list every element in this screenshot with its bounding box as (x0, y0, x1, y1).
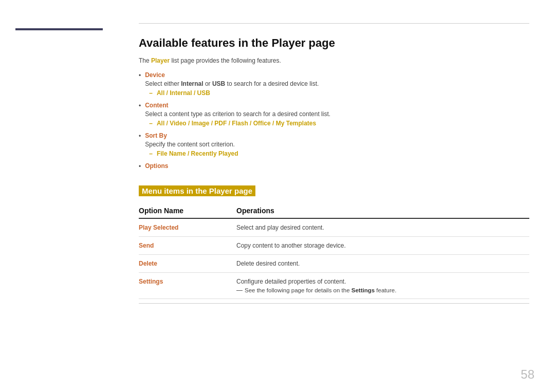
settings-note: See the following page for details on th… (236, 287, 529, 293)
bullet-section-sortby: • Sort By Specify the content sort crite… (139, 132, 529, 157)
row-operations-delete: Delete desired content. (236, 260, 529, 267)
sub-links-sortby: File Name / Recently Played (157, 150, 238, 157)
bullet-content-device: Device Select either Internal or USB to … (145, 71, 529, 97)
row-option-send: Send (139, 242, 236, 249)
menu-heading-wrapper: Menu items in the Player page (139, 176, 529, 207)
desc-after: to search for a desired device list. (225, 80, 319, 87)
bullet-dot-sortby: • (139, 133, 141, 140)
intro-after: list page provides the following feature… (170, 57, 281, 64)
bullet-desc-content: Select a content type as criterion to se… (145, 110, 529, 118)
menu-section-heading: Menu items in the Player page (139, 185, 255, 196)
bullet-item-device: • Device Select either Internal or USB t… (139, 71, 529, 97)
bullet-section-content: • Content Select a content type as crite… (139, 102, 529, 127)
dash-content: – (149, 120, 153, 127)
left-sidebar (0, 0, 118, 392)
bullet-dot: • (139, 72, 141, 79)
sidebar-top-bar (15, 28, 103, 30)
desc-internal: Internal (181, 80, 203, 87)
desc-usb: USB (212, 80, 225, 87)
page-container: Available features in the Player page Th… (0, 0, 555, 392)
bullet-desc-sortby: Specify the content sort criterion. (145, 141, 529, 148)
bullet-item-content: • Content Select a content type as crite… (139, 102, 529, 127)
row-option-delete: Delete (139, 260, 236, 267)
bullet-section-device: • Device Select either Internal or USB t… (139, 71, 529, 97)
intro-before: The (139, 57, 151, 64)
bullet-label-content: Content (145, 102, 529, 109)
bullet-content-options: Options (145, 162, 529, 171)
top-rule (139, 23, 529, 24)
bullet-section-options: • Options (139, 162, 529, 171)
row-operations-play-selected: Select and play desired content. (236, 224, 529, 231)
bullet-content-content: Content Select a content type as criteri… (145, 102, 529, 127)
intro-player: Player (151, 57, 170, 64)
table-row-delete: Delete Delete desired content. (139, 255, 529, 273)
table-row-settings: Settings Configure detailed properties o… (139, 273, 529, 299)
row-operations-settings: Configure detailed properties of content… (236, 278, 529, 293)
table-row-play-selected: Play Selected Select and play desired co… (139, 219, 529, 237)
sub-item-content: – All / Video / Image / PDF / Flash / Of… (149, 120, 529, 127)
bottom-rule (139, 303, 529, 304)
bullet-dot-options: • (139, 163, 141, 170)
desc-before: Select either (145, 80, 181, 87)
note-prefix: See the following page for details on th… (245, 287, 351, 293)
em-dash-icon (236, 290, 243, 291)
main-content: Available features in the Player page Th… (118, 0, 555, 392)
dash-device: – (149, 89, 153, 97)
row-operations-send: Copy content to another storage device. (236, 242, 529, 249)
bullet-label-device: Device (145, 71, 529, 79)
sub-links-device: All / Internal / USB (157, 89, 210, 97)
row-option-play-selected: Play Selected (139, 224, 236, 231)
note-suffix: feature. (375, 287, 396, 293)
row-option-settings: Settings (139, 278, 236, 285)
table-row-send: Send Copy content to another storage dev… (139, 237, 529, 255)
bullet-dot-content: • (139, 102, 141, 109)
col-option-header: Option Name (139, 207, 236, 215)
intro-text: The Player list page provides the follow… (139, 57, 529, 64)
page-title: Available features in the Player page (139, 36, 529, 50)
desc-mid: or (203, 80, 212, 87)
bullet-content-sortby: Sort By Specify the content sort criteri… (145, 132, 529, 157)
bullet-item-options: • Options (139, 162, 529, 171)
table-container: Option Name Operations Play Selected Sel… (139, 207, 529, 304)
dash-sortby: – (149, 150, 153, 157)
sub-item-sortby: – File Name / Recently Played (149, 150, 529, 157)
table-header-row: Option Name Operations (139, 207, 529, 219)
col-operations-header: Operations (236, 207, 529, 215)
bullet-desc-device: Select either Internal or USB to search … (145, 80, 529, 87)
bullet-label-options: Options (145, 162, 529, 170)
note-keyword: Settings (351, 287, 375, 293)
page-number: 58 (521, 367, 534, 382)
sub-links-content: All / Video / Image / PDF / Flash / Offi… (157, 120, 316, 127)
bullet-item-sortby: • Sort By Specify the content sort crite… (139, 132, 529, 157)
sub-item-device: – All / Internal / USB (149, 89, 529, 97)
settings-operation-text: Configure detailed properties of content… (236, 278, 346, 285)
bullet-label-sortby: Sort By (145, 132, 529, 139)
